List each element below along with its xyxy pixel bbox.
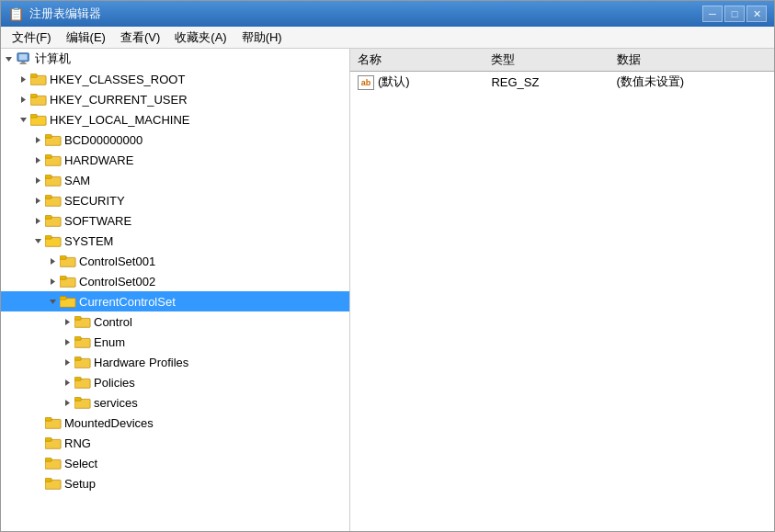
folder-icon-bcd [45,132,62,147]
close-button[interactable]: ✕ [747,6,767,22]
expander-control[interactable] [60,311,74,332]
tree-node-select[interactable]: Select [1,453,349,473]
expander-security[interactable] [30,190,45,210]
tree-node-mounteddev[interactable]: MountedDevices [1,413,349,433]
expander-mounteddev[interactable] [30,413,45,433]
detail-tbody: ab(默认)REG_SZ(数值未设置) [350,72,774,93]
expander-services[interactable] [60,392,74,413]
folder-icon-hkcr [30,72,47,86]
tree-node-bcd[interactable]: BCD00000000 [1,130,349,150]
expander-ccs001[interactable] [45,251,60,271]
content-area: 计算机 HKEY_CLASSES_ROOT HKEY_CURRENT_USER … [1,49,774,531]
expander-hklm[interactable] [16,109,30,130]
tree-node-hkcu[interactable]: HKEY_CURRENT_USER [1,89,349,109]
svg-marker-44 [65,319,70,325]
tree-label-security: SECURITY [64,194,125,208]
folder-icon-ccs001 [60,254,76,268]
svg-marker-11 [20,118,27,122]
expander-bcd[interactable] [30,130,45,150]
expander-computer[interactable] [1,49,16,69]
tree-label-computer: 计算机 [35,51,71,67]
menu-edit[interactable]: 编辑(E) [59,28,113,48]
expander-currentcs[interactable] [45,291,60,311]
tree-node-currentcs[interactable]: CurrentControlSet [1,291,349,311]
detail-row-0[interactable]: ab(默认)REG_SZ(数值未设置) [350,72,774,93]
minimize-button[interactable]: ─ [702,6,723,22]
expander-select[interactable] [30,453,45,473]
folder-icon-setup [45,476,62,491]
expander-setup[interactable] [30,473,45,493]
tree-label-mounteddev: MountedDevices [64,416,154,430]
registry-editor-window: 📋 注册表编辑器 ─ □ ✕ 文件(F) 编辑(E) 查看(V) 收藏夹(A) … [0,0,775,532]
tree-label-hwprofiles: Hardware Profiles [94,356,188,369]
registry-detail-pane: 名称 类型 数据 ab(默认)REG_SZ(数值未设置) [350,49,774,531]
tree-container: 计算机 HKEY_CLASSES_ROOT HKEY_CURRENT_USER … [1,49,349,493]
svg-rect-2 [19,54,28,60]
tree-node-system[interactable]: SYSTEM [1,231,349,251]
svg-rect-32 [45,236,51,240]
svg-rect-14 [31,118,45,124]
tree-node-enum[interactable]: Enum [1,332,349,352]
registry-tree-pane[interactable]: 计算机 HKEY_CLASSES_ROOT HKEY_CURRENT_USER … [1,49,350,531]
tree-node-policies[interactable]: Policies [1,372,349,392]
detail-cell-type-0: REG_SZ [484,72,609,93]
tree-label-select: Select [64,457,97,470]
svg-marker-37 [51,278,55,285]
tree-node-hardware[interactable]: HARDWARE [1,150,349,170]
tree-node-sam[interactable]: SAM [1,170,349,190]
svg-marker-24 [36,198,40,204]
tree-node-ccs002[interactable]: ControlSet002 [1,271,349,291]
tree-node-setup[interactable]: Setup [1,473,349,493]
folder-icon-services [74,395,91,410]
expander-ccs002[interactable] [45,271,60,291]
expander-sam[interactable] [30,170,45,190]
expander-software[interactable] [30,210,45,231]
tree-node-rng[interactable]: RNG [1,433,349,453]
menu-favorites[interactable]: 收藏夹(A) [167,28,234,48]
svg-rect-29 [45,216,51,220]
expander-rng[interactable] [30,433,45,453]
svg-rect-26 [45,196,51,199]
tree-node-security[interactable]: SECURITY [1,190,349,210]
maximize-button[interactable]: □ [724,6,745,22]
expander-hardware[interactable] [30,150,45,170]
detail-cell-name-0: ab(默认) [350,72,484,93]
menu-file[interactable]: 文件(F) [5,28,59,48]
tree-label-hardware: HARDWARE [64,153,133,167]
menu-help[interactable]: 帮助(H) [234,28,290,48]
title-bar-buttons: ─ □ ✕ [702,6,767,22]
svg-marker-18 [36,157,40,164]
svg-marker-53 [65,379,70,386]
tree-label-hkcr: HKEY_CLASSES_ROOT [50,73,185,86]
tree-label-setup: Setup [64,477,96,491]
tree-node-computer[interactable]: 计算机 [1,49,349,69]
tree-label-software: SOFTWARE [64,214,131,228]
tree-label-services: services [94,396,138,410]
expander-hwprofiles[interactable] [60,352,74,372]
computer-icon [16,51,32,66]
svg-rect-20 [45,155,51,159]
folder-icon-software [45,213,62,228]
tree-node-hwprofiles[interactable]: Hardware Profiles [1,352,349,372]
menu-view[interactable]: 查看(V) [113,28,167,48]
window-title: 注册表编辑器 [29,6,101,22]
folder-icon-currentcs [60,294,76,309]
expander-hkcr[interactable] [16,69,30,89]
tree-node-software[interactable]: SOFTWARE [1,210,349,231]
tree-node-hkcr[interactable]: HKEY_CLASSES_ROOT [1,69,349,89]
svg-rect-39 [60,277,66,280]
tree-label-enum: Enum [94,335,125,349]
tree-node-services[interactable]: services [1,392,349,413]
expander-system[interactable] [30,231,45,251]
expander-enum[interactable] [60,332,74,352]
svg-marker-5 [21,76,26,83]
folder-icon-ccs002 [60,274,76,289]
tree-node-hklm[interactable]: HKEY_LOCAL_MACHINE [1,109,349,130]
tree-label-policies: Policies [94,376,135,390]
expander-hkcu[interactable] [16,89,30,109]
tree-node-control[interactable]: Control [1,311,349,332]
tree-node-ccs001[interactable]: ControlSet001 [1,251,349,271]
expander-policies[interactable] [60,372,74,392]
svg-rect-43 [61,300,74,306]
svg-rect-55 [74,378,81,381]
